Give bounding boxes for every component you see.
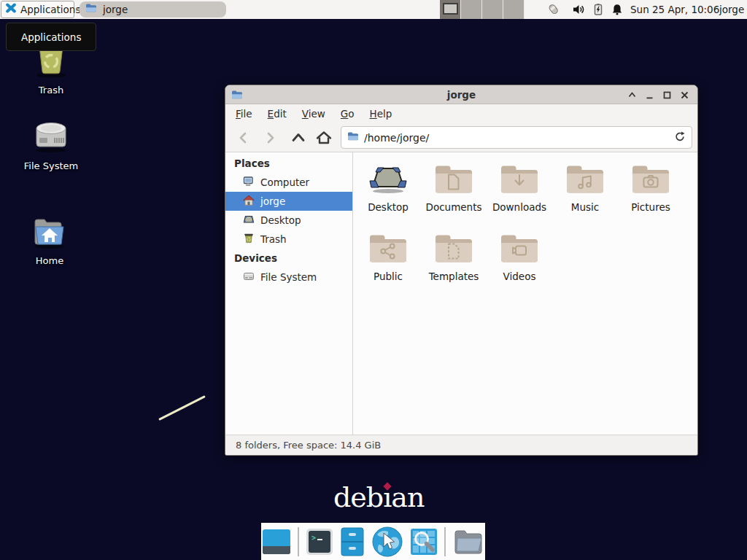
application-finder-icon[interactable]: [410, 528, 438, 556]
notifications-icon[interactable]: [611, 3, 624, 16]
desktop-icon-label: File System: [24, 160, 78, 171]
back-button[interactable]: [234, 130, 252, 146]
volume-icon[interactable]: [572, 3, 585, 16]
file-item-pictures[interactable]: Pictures: [618, 158, 684, 213]
menu-bar: File Edit View Go Help: [225, 104, 697, 123]
wordmark-post: an: [391, 481, 424, 513]
file-item-label: Desktop: [368, 201, 409, 213]
location-input[interactable]: /home/jorge/: [364, 132, 669, 144]
file-folder-icon[interactable]: [452, 527, 484, 556]
applications-tooltip: Applications: [6, 23, 96, 51]
reload-icon[interactable]: [674, 131, 686, 145]
forward-button[interactable]: [262, 130, 279, 146]
maximize-button[interactable]: [662, 90, 673, 101]
svg-text:>: >: [311, 534, 316, 542]
file-item-documents[interactable]: Documents: [421, 158, 487, 213]
desktop-folder-icon: [368, 163, 408, 198]
desktop-icon-file-system[interactable]: File System: [16, 115, 86, 171]
minimize-button[interactable]: [644, 90, 655, 101]
shade-button[interactable]: [627, 90, 638, 101]
mouse-icon[interactable]: [547, 3, 560, 16]
sidebar-item-desktop[interactable]: Desktop: [225, 211, 352, 230]
sidebar-item-label: File System: [260, 271, 317, 283]
taskbar-window-button[interactable]: jorge: [80, 1, 226, 18]
wordmark-pre: deb: [333, 481, 383, 513]
workspace-window-preview: [443, 3, 458, 15]
computer-icon: [243, 176, 255, 190]
file-manager-window: jorge File Edit View Go Help: [225, 85, 698, 456]
menu-go[interactable]: Go: [341, 108, 355, 120]
close-button[interactable]: [679, 90, 690, 101]
workspace-2[interactable]: [461, 0, 482, 19]
trash-icon: [243, 233, 255, 246]
workspace-1[interactable]: [440, 0, 461, 19]
desktop-icon-label: Trash: [39, 85, 63, 96]
templates-folder-icon: [434, 232, 473, 267]
bottom-dock: >: [261, 523, 485, 560]
window-body: Places Computer: [225, 152, 697, 436]
sidebar-item-computer[interactable]: Computer: [225, 173, 352, 192]
videos-folder-icon: [500, 232, 539, 267]
panel-clock[interactable]: Sun 25 Apr, 10:06: [630, 4, 719, 15]
applications-menu-button[interactable]: Applications: [1, 1, 74, 18]
toolbar: /home/jorge/: [225, 123, 697, 152]
file-view: Desktop Documents: [354, 152, 697, 436]
sidebar-item-label: jorge: [260, 195, 285, 207]
sidebar-item-label: Trash: [260, 233, 287, 245]
home-button[interactable]: [315, 130, 333, 146]
wordmark-stem: ı: [383, 481, 391, 513]
home-icon: [243, 195, 255, 209]
web-browser-icon[interactable]: [371, 526, 403, 558]
file-item-public[interactable]: Public: [355, 228, 421, 282]
sidebar-item-file-system[interactable]: File System: [225, 268, 352, 287]
file-item-label: Downloads: [492, 201, 546, 213]
dock-separator: [298, 527, 299, 556]
workspace-3[interactable]: [482, 0, 503, 19]
sidebar: Places Computer: [225, 152, 353, 436]
file-item-music[interactable]: Music: [552, 158, 618, 213]
folder-icon: [347, 131, 359, 145]
public-folder-icon: [368, 232, 408, 267]
terminal-icon[interactable]: >: [306, 528, 333, 556]
sidebar-header-places: Places: [225, 154, 352, 173]
file-item-desktop[interactable]: Desktop: [355, 158, 421, 213]
battery-icon[interactable]: [592, 3, 605, 16]
taskbar-window-label: jorge: [103, 4, 128, 15]
sidebar-header-devices: Devices: [225, 249, 352, 268]
file-item-downloads[interactable]: Downloads: [487, 158, 552, 213]
menu-edit[interactable]: Edit: [268, 108, 287, 120]
file-item-templates[interactable]: Templates: [421, 228, 487, 282]
menu-help[interactable]: Help: [370, 108, 392, 120]
top-panel: Applications ≡ jorge: [0, 0, 747, 19]
debian-wordmark: debıan: [333, 481, 424, 513]
file-item-label: Music: [571, 201, 599, 213]
desktop-icon-home[interactable]: Home: [15, 214, 85, 266]
sidebar-item-trash[interactable]: Trash: [225, 230, 352, 249]
menu-view[interactable]: View: [302, 108, 325, 120]
downloads-folder-icon: [500, 163, 539, 198]
file-item-videos[interactable]: Videos: [487, 228, 552, 282]
desktop-place-icon: [243, 214, 255, 228]
location-bar[interactable]: /home/jorge/: [341, 126, 692, 149]
pictures-folder-icon: [631, 163, 670, 198]
hard-drive-icon: [243, 271, 255, 284]
workspace-4[interactable]: [503, 0, 525, 19]
home-folder-icon: [30, 214, 69, 252]
dock-separator: [444, 527, 446, 556]
menu-file[interactable]: File: [236, 108, 252, 120]
file-manager-icon[interactable]: [340, 527, 365, 556]
up-button[interactable]: [290, 130, 307, 146]
hard-drive-icon: [31, 115, 71, 158]
cursor-trail-line: [158, 395, 206, 421]
workspace-switcher: [440, 0, 525, 19]
sidebar-item-label: Computer: [260, 176, 309, 188]
status-text: 8 folders, Free space: 14.4 GiB: [236, 440, 381, 451]
show-desktop-icon[interactable]: [262, 527, 291, 556]
desktop-icon-label: Home: [36, 255, 63, 266]
desktop: debıan Trash: [0, 0, 747, 560]
window-titlebar[interactable]: jorge: [225, 85, 697, 104]
panel-username[interactable]: jorge: [719, 4, 744, 15]
file-item-label: Pictures: [631, 201, 670, 213]
xfce-logo-icon: [5, 2, 17, 17]
sidebar-item-jorge[interactable]: jorge: [225, 192, 352, 211]
